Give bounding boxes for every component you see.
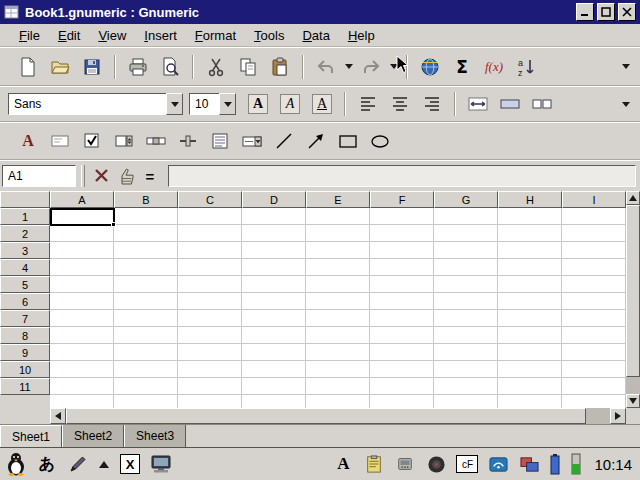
list-tool-button[interactable] bbox=[204, 127, 236, 155]
scroll-up-button[interactable] bbox=[626, 191, 640, 205]
column-header[interactable]: A bbox=[50, 191, 114, 208]
horizontal-scroll-thumb[interactable] bbox=[66, 408, 586, 424]
merge-cells-button[interactable] bbox=[494, 90, 526, 118]
row-header[interactable]: 6 bbox=[0, 293, 50, 310]
fill-handle[interactable] bbox=[111, 222, 116, 227]
font-size-dropdown[interactable] bbox=[219, 93, 236, 115]
hyperlink-button[interactable] bbox=[414, 53, 446, 81]
toolbar-overflow-button[interactable] bbox=[619, 53, 632, 81]
input-method-button[interactable]: あ bbox=[35, 451, 59, 477]
line-tool-button[interactable] bbox=[268, 127, 300, 155]
tux-launcher-button[interactable] bbox=[4, 451, 28, 477]
undo-dropdown-button[interactable] bbox=[342, 53, 355, 81]
sheet-tab-sheet2[interactable]: Sheet2 bbox=[62, 425, 124, 447]
row-header[interactable]: 5 bbox=[0, 276, 50, 293]
font-applet-button[interactable]: A bbox=[331, 451, 355, 477]
battery-level-button[interactable] bbox=[569, 451, 583, 477]
row-header[interactable]: 4 bbox=[0, 259, 50, 276]
scroll-right-button[interactable] bbox=[610, 408, 626, 424]
copy-button[interactable] bbox=[232, 53, 264, 81]
print-preview-button[interactable] bbox=[154, 53, 186, 81]
save-button[interactable] bbox=[76, 53, 108, 81]
column-header[interactable]: C bbox=[178, 191, 242, 208]
row-header[interactable]: 8 bbox=[0, 327, 50, 344]
vertical-scroll-thumb[interactable] bbox=[626, 205, 640, 377]
unmerge-cells-button[interactable] bbox=[526, 90, 558, 118]
paste-button[interactable] bbox=[264, 53, 296, 81]
print-button[interactable] bbox=[122, 53, 154, 81]
toolbar-overflow-button[interactable] bbox=[619, 90, 632, 118]
scroll-left-button[interactable] bbox=[50, 408, 66, 424]
sort-ascending-button[interactable]: a z bbox=[510, 53, 542, 81]
ellipse-tool-button[interactable] bbox=[364, 127, 396, 155]
bold-button[interactable]: A bbox=[242, 90, 274, 118]
equals-button[interactable]: = bbox=[138, 164, 162, 188]
close-button[interactable] bbox=[618, 3, 636, 21]
column-header[interactable]: B bbox=[114, 191, 178, 208]
column-header[interactable]: F bbox=[370, 191, 434, 208]
menu-item[interactable]: File bbox=[10, 26, 49, 45]
redo-dropdown-button[interactable] bbox=[387, 53, 400, 81]
row-header[interactable]: 1 bbox=[0, 208, 50, 225]
open-button[interactable] bbox=[44, 53, 76, 81]
menu-item[interactable]: Edit bbox=[49, 26, 89, 45]
font-size-value[interactable]: 10 bbox=[189, 93, 219, 115]
rectangle-tool-button[interactable] bbox=[332, 127, 364, 155]
menu-item[interactable]: Format bbox=[186, 26, 245, 45]
menu-item[interactable]: Data bbox=[293, 26, 338, 45]
label-tool-button[interactable]: A bbox=[12, 127, 44, 155]
cf-card-applet-button[interactable]: cF bbox=[455, 451, 479, 477]
menu-item[interactable]: Tools bbox=[245, 26, 293, 45]
device-applet-button[interactable] bbox=[393, 451, 417, 477]
display-settings-button[interactable] bbox=[149, 451, 173, 477]
function-button[interactable]: f(x) bbox=[478, 53, 510, 81]
font-name-combo[interactable]: Sans bbox=[8, 93, 183, 115]
horizontal-scrollbar[interactable] bbox=[50, 408, 626, 424]
column-header[interactable]: E bbox=[306, 191, 370, 208]
title-bar[interactable]: Book1.gnumeric : Gnumeric bbox=[0, 0, 640, 24]
cells-area[interactable] bbox=[50, 208, 626, 408]
combobox-tool-button[interactable] bbox=[236, 127, 268, 155]
minimize-button[interactable] bbox=[576, 3, 594, 21]
row-header[interactable]: 9 bbox=[0, 344, 50, 361]
formula-entry[interactable] bbox=[168, 165, 636, 187]
battery-applet-button[interactable] bbox=[548, 451, 562, 477]
tasks-applet-button[interactable] bbox=[517, 451, 541, 477]
undo-button[interactable] bbox=[310, 53, 342, 81]
center-across-button[interactable] bbox=[462, 90, 494, 118]
arrow-tool-button[interactable] bbox=[300, 127, 332, 155]
panel-menu-button[interactable] bbox=[97, 451, 111, 477]
slider-tool-button[interactable] bbox=[172, 127, 204, 155]
spinbutton-tool-button[interactable] bbox=[108, 127, 140, 155]
column-header[interactable]: D bbox=[242, 191, 306, 208]
font-name-dropdown[interactable] bbox=[166, 93, 183, 115]
menu-item[interactable]: Help bbox=[339, 26, 384, 45]
sheet-tab-sheet1[interactable]: Sheet1 bbox=[0, 425, 62, 447]
column-header[interactable]: G bbox=[434, 191, 498, 208]
cell-reference-box[interactable]: A1 bbox=[2, 165, 76, 187]
row-header[interactable]: 7 bbox=[0, 310, 50, 327]
row-header[interactable]: 10 bbox=[0, 361, 50, 378]
redo-button[interactable] bbox=[355, 53, 387, 81]
maximize-button[interactable] bbox=[597, 3, 615, 21]
row-header[interactable]: 11 bbox=[0, 378, 50, 395]
underline-button[interactable]: A bbox=[306, 90, 338, 118]
cut-button[interactable] bbox=[200, 53, 232, 81]
vertical-scrollbar[interactable] bbox=[626, 191, 640, 408]
new-button[interactable] bbox=[12, 53, 44, 81]
row-header[interactable]: 3 bbox=[0, 242, 50, 259]
checkbox-tool-button[interactable] bbox=[76, 127, 108, 155]
italic-button[interactable]: A bbox=[274, 90, 306, 118]
scrollbar-tool-button[interactable] bbox=[140, 127, 172, 155]
align-center-button[interactable] bbox=[384, 90, 416, 118]
sheet-tab-sheet3[interactable]: Sheet3 bbox=[124, 425, 186, 447]
network-applet-button[interactable] bbox=[486, 451, 510, 477]
cancel-button[interactable] bbox=[90, 164, 114, 188]
align-right-button[interactable] bbox=[416, 90, 448, 118]
font-name-value[interactable]: Sans bbox=[8, 93, 166, 115]
align-left-button[interactable] bbox=[352, 90, 384, 118]
select-all-corner[interactable] bbox=[0, 191, 50, 208]
pen-input-button[interactable] bbox=[66, 451, 90, 477]
scroll-down-button[interactable] bbox=[626, 394, 640, 408]
column-header[interactable]: I bbox=[562, 191, 626, 208]
